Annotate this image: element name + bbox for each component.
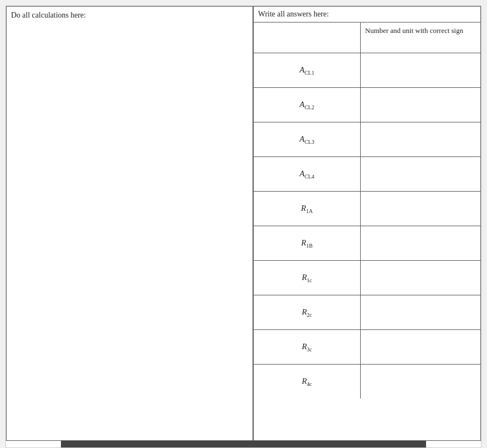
row-value-r3c bbox=[361, 330, 480, 364]
row-value-ria bbox=[361, 192, 480, 226]
table-row: ACL1 bbox=[254, 53, 480, 88]
row-value-acl2 bbox=[361, 88, 480, 122]
bottom-bar bbox=[61, 441, 426, 447]
row-label-rib: R1B bbox=[254, 226, 361, 260]
row-value-r2c bbox=[361, 295, 480, 329]
row-label-r4c: R4c bbox=[254, 365, 361, 399]
left-header: Do all calculations here: bbox=[11, 11, 248, 22]
header-label-cell bbox=[254, 23, 361, 53]
row-label-acl4: ACL4 bbox=[254, 157, 361, 191]
row-label-ria: R1A bbox=[254, 192, 361, 226]
right-column: Write all answers here: Number and unit … bbox=[254, 7, 480, 440]
row-label-acl2: ACL2 bbox=[254, 88, 361, 122]
row-value-rib bbox=[361, 226, 480, 260]
row-label-acl1: ACL1 bbox=[254, 53, 361, 87]
header-row: Number and unit with correct sign bbox=[254, 23, 480, 53]
right-header: Write all answers here: bbox=[254, 7, 480, 23]
row-label-acl3: ACL3 bbox=[254, 122, 361, 156]
table-row: R1A bbox=[254, 192, 480, 226]
row-value-acl4 bbox=[361, 157, 480, 191]
row-label-r2c: R2c bbox=[254, 295, 361, 329]
row-value-r1c bbox=[361, 261, 480, 295]
table-row: R2c bbox=[254, 295, 480, 330]
row-label-r1c: R1c bbox=[254, 261, 361, 295]
table-row: R1B bbox=[254, 226, 480, 261]
table-row: R4c bbox=[254, 365, 480, 399]
answer-column-header: Number and unit with correct sign bbox=[361, 23, 480, 53]
table-row: ACL2 bbox=[254, 88, 480, 122]
left-column: Do all calculations here: bbox=[7, 7, 254, 440]
page-container: Do all calculations here: Write all answ… bbox=[5, 5, 482, 448]
row-value-acl1 bbox=[361, 53, 480, 87]
table-row: R1c bbox=[254, 261, 480, 295]
rows-container: ACL1ACL2ACL3ACL4R1AR1BR1cR2cR3cR4c bbox=[254, 53, 480, 399]
row-value-r4c bbox=[361, 365, 480, 399]
table-row: R3c bbox=[254, 330, 480, 365]
row-label-r3c: R3c bbox=[254, 330, 361, 364]
table-row: ACL4 bbox=[254, 157, 480, 192]
main-layout: Do all calculations here: Write all answ… bbox=[6, 6, 481, 441]
table-row: ACL3 bbox=[254, 122, 480, 157]
answer-table: Number and unit with correct sign ACL1AC… bbox=[254, 23, 480, 440]
row-value-acl3 bbox=[361, 122, 480, 156]
